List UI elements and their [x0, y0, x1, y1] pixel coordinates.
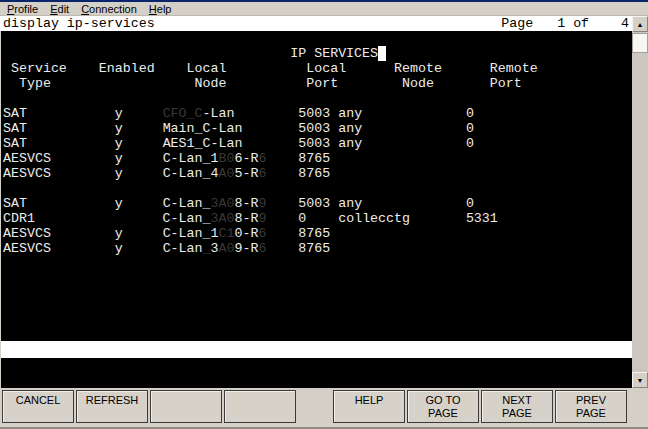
terminal-emulator-window: ProfileEditConnectionHelp display ip-ser… — [0, 0, 648, 429]
menu-help[interactable]: Help — [143, 2, 178, 16]
table-header-line: Type Node Port Node Port — [3, 76, 632, 91]
fkey-blank-3[interactable] — [150, 390, 222, 423]
scroll-up-button[interactable]: ▲ — [632, 16, 648, 32]
fkey-blank-4[interactable] — [224, 390, 296, 423]
service-row: AESVCS y C-Lan_1B06-R6 8765 — [3, 151, 632, 166]
service-row: SAT y AES1_C-Lan 5003 any 0 — [3, 136, 632, 151]
service-row: SAT y C-Lan_3A08-R9 5003 any 0 — [3, 196, 632, 211]
service-row: SAT y CFO_C-Lan 5003 any 0 — [3, 106, 632, 121]
scroll-down-icon: ▼ — [637, 377, 644, 384]
page-indicator: Page 1 of 4 — [501, 16, 632, 31]
fkey-help[interactable]: HELP — [333, 390, 405, 423]
function-key-bar: CANCELREFRESHHELPGO TO PAGENEXT PAGEPREV… — [0, 388, 648, 429]
service-row: AESVCS y C-Lan_4A05-R6 8765 — [3, 166, 632, 181]
fkey-next-page[interactable]: NEXT PAGE — [481, 390, 553, 423]
menubar: ProfileEditConnectionHelp — [0, 2, 648, 16]
service-row: SAT y Main_C-Lan 5003 any 0 — [3, 121, 632, 136]
text-cursor — [378, 46, 386, 61]
menu-connection[interactable]: Connection — [75, 2, 143, 16]
scrollbar-thumb[interactable] — [632, 33, 648, 53]
command-input-line[interactable]: display ip-services Page 1 of 4 — [0, 16, 632, 31]
menu-profile[interactable]: Profile — [1, 2, 44, 16]
service-row: AESVCS y C-Lan_3A09-R6 8765 — [3, 241, 632, 256]
terminal-line — [3, 181, 632, 196]
fkey-refresh[interactable]: REFRESH — [76, 390, 148, 423]
service-row: AESVCS y C-Lan_1C10-R6 8765 — [3, 226, 632, 241]
fkey-go-to-page[interactable]: GO TO PAGE — [407, 390, 479, 423]
scrollbar-track[interactable]: ▲ ▼ — [632, 16, 648, 388]
fkey-prev-page[interactable]: PREV PAGE — [555, 390, 627, 423]
message-line — [1, 341, 632, 358]
command-text: display ip-services — [0, 16, 155, 31]
menu-edit[interactable]: Edit — [44, 2, 75, 16]
screen-title-line: IP SERVICES — [3, 46, 632, 61]
table-header-line: Service Enabled Local Local Remote Remot… — [3, 61, 632, 76]
service-row: CDR1 C-Lan_3A08-R9 0 collecctg 5331 — [3, 211, 632, 226]
fkey-spacer — [298, 390, 333, 391]
scroll-up-icon: ▲ — [637, 21, 644, 28]
terminal-screen[interactable]: IP SERVICES Service Enabled Local Local … — [1, 31, 632, 341]
terminal-line — [3, 91, 632, 106]
terminal-footer-area — [1, 358, 632, 388]
scroll-down-button[interactable]: ▼ — [632, 372, 648, 388]
terminal-line — [3, 31, 632, 46]
fkey-cancel[interactable]: CANCEL — [2, 390, 74, 423]
